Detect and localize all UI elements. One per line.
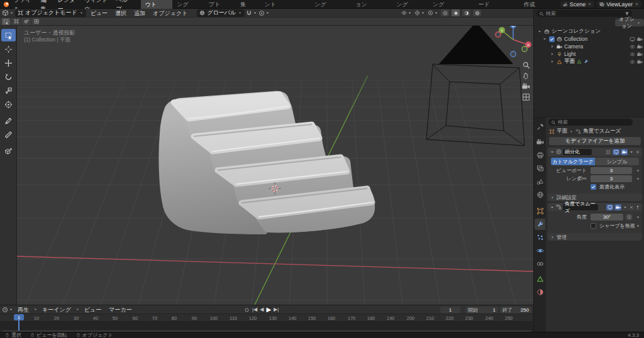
- outliner-row-camera[interactable]: Camera: [534, 43, 644, 50]
- timeline-track-area[interactable]: [0, 322, 533, 330]
- catmull-clark-button[interactable]: カトマルクラーク: [551, 158, 595, 165]
- viewport-options-button[interactable]: オプション: [615, 19, 644, 26]
- mode-selector[interactable]: オブジェクトモード: [15, 9, 86, 17]
- expand-icon[interactable]: [550, 150, 555, 155]
- close-icon[interactable]: [629, 205, 634, 210]
- auto-keying-icon[interactable]: [244, 307, 250, 313]
- gizmos-toggle[interactable]: [414, 10, 425, 16]
- playhead-frame-badge[interactable]: 1: [14, 314, 24, 320]
- viewport-display-toggle[interactable]: [613, 149, 619, 155]
- snap-toggle[interactable]: [246, 10, 257, 16]
- tab-scripting[interactable]: スクリプト作成: [519, 0, 560, 9]
- render-visibility-icon[interactable]: [637, 44, 643, 50]
- tab-animation[interactable]: アニメーション: [351, 0, 392, 9]
- blender-logo-icon[interactable]: [3, 1, 10, 8]
- tool-rotate[interactable]: [1, 70, 16, 83]
- tab-material[interactable]: [535, 286, 545, 298]
- viewport-levels-field[interactable]: 3: [591, 167, 632, 174]
- jump-to-end-button[interactable]: ▶|: [274, 306, 279, 313]
- tab-world[interactable]: [535, 189, 545, 200]
- tab-modeling[interactable]: モデリング: [172, 0, 204, 9]
- animate-dot[interactable]: [637, 170, 639, 172]
- chevron-down-icon[interactable]: [537, 29, 542, 34]
- tab-output[interactable]: [535, 150, 545, 161]
- active-tool-icon[interactable]: [2, 18, 10, 25]
- outliner-row-plane[interactable]: 平面: [534, 58, 644, 65]
- tab-render[interactable]: [535, 136, 545, 148]
- shading-wireframe-button[interactable]: [441, 9, 449, 16]
- tab-sculpting[interactable]: スカルプト: [204, 0, 236, 9]
- overlays-toggle[interactable]: [428, 10, 438, 16]
- tab-object-data[interactable]: [535, 273, 545, 285]
- shading-material-button[interactable]: [462, 9, 470, 16]
- close-icon[interactable]: [635, 2, 639, 6]
- view-menu[interactable]: ビュー: [87, 9, 111, 18]
- outliner-row-light[interactable]: Light: [534, 50, 644, 58]
- tool-box-select[interactable]: [1, 29, 16, 41]
- shading-solid-button[interactable]: [452, 9, 460, 16]
- close-icon[interactable]: [587, 2, 592, 6]
- simple-button[interactable]: シンプル: [595, 158, 639, 165]
- angle-slider[interactable]: 30°: [591, 214, 623, 221]
- play-reverse-button[interactable]: ◀: [260, 306, 264, 313]
- tool-measure[interactable]: [1, 128, 16, 141]
- close-icon[interactable]: [635, 150, 640, 155]
- frame-end-field[interactable]: 終了250: [500, 307, 531, 313]
- view-menu[interactable]: ビュー: [81, 305, 104, 314]
- render-visibility-icon[interactable]: [637, 52, 643, 57]
- render-visibility-icon[interactable]: [637, 59, 643, 65]
- shading-rendered-button[interactable]: [473, 9, 481, 16]
- breadcrumb-object[interactable]: 平面: [557, 128, 567, 135]
- select-menu[interactable]: 選択: [112, 9, 130, 18]
- tool-cursor[interactable]: [1, 43, 16, 55]
- object-menu[interactable]: オブジェクト: [150, 9, 191, 18]
- breadcrumb-modifier[interactable]: 角度でスムーズ: [583, 128, 621, 135]
- chevron-right-icon[interactable]: [550, 59, 555, 64]
- modifier-name-field[interactable]: 細分化: [563, 149, 592, 155]
- tool-move[interactable]: [1, 57, 16, 69]
- tab-rendering[interactable]: レンダリング: [392, 0, 428, 9]
- tab-scene[interactable]: [535, 176, 545, 187]
- marker-menu[interactable]: マーカー: [106, 305, 135, 314]
- playback-menu[interactable]: 再生: [14, 305, 32, 314]
- chevron-down-icon[interactable]: [542, 36, 547, 41]
- modifier-name-field[interactable]: 角度でスムーズ: [563, 204, 598, 210]
- editor-type-button[interactable]: [2, 9, 14, 16]
- tab-view-layer[interactable]: [535, 163, 545, 174]
- input-attribute-toggle[interactable]: [625, 214, 633, 221]
- modifier-header[interactable]: 角度でスムーズ: [548, 203, 642, 211]
- hide-icon[interactable]: [630, 52, 635, 57]
- pan-hand-icon[interactable]: [522, 72, 531, 80]
- pin-icon[interactable]: [635, 205, 640, 210]
- tab-uv-editing[interactable]: UV編集: [236, 0, 260, 9]
- tool-add-cube[interactable]: [1, 144, 16, 157]
- expand-icon[interactable]: [550, 205, 555, 210]
- visibility-dropdown[interactable]: [401, 10, 412, 16]
- tab-compositing[interactable]: コンポジティング: [428, 0, 474, 9]
- optimal-display-checkbox[interactable]: [591, 184, 596, 190]
- extras-menu-icon[interactable]: [623, 205, 628, 210]
- tool-transform[interactable]: [1, 98, 16, 111]
- render-visibility-icon[interactable]: [637, 36, 643, 42]
- tab-modifiers[interactable]: [535, 219, 545, 230]
- tab-layout[interactable]: レイアウト: [141, 0, 173, 9]
- render-levels-field[interactable]: 3: [591, 175, 632, 182]
- zoom-icon[interactable]: [522, 61, 531, 70]
- camera-view-icon[interactable]: [522, 82, 531, 91]
- hide-icon[interactable]: [630, 59, 635, 65]
- transform-orientation[interactable]: グローバル: [197, 9, 245, 17]
- view-layer-selector[interactable]: ViewLayer: [597, 1, 641, 8]
- ignore-sharpness-checkbox[interactable]: [591, 223, 596, 229]
- frame-start-field[interactable]: 開始1: [465, 307, 498, 313]
- tab-shading[interactable]: シェーディング: [310, 0, 351, 9]
- toggle-projection-icon[interactable]: [522, 93, 531, 102]
- tool-scale[interactable]: [1, 84, 16, 97]
- tool-annotate[interactable]: [1, 114, 16, 127]
- play-button[interactable]: ▶: [266, 306, 271, 313]
- timeline-ruler[interactable]: 10 20 30 40 50 60 70 80 90 100 110 120 1…: [0, 314, 533, 322]
- tab-object[interactable]: [535, 205, 545, 217]
- outliner-row-collection[interactable]: Collection: [534, 35, 644, 43]
- viewport-display-toggle[interactable]: [606, 204, 613, 210]
- properties-search-input[interactable]: 検索: [548, 119, 633, 126]
- select-mode-extend-button[interactable]: [22, 18, 30, 25]
